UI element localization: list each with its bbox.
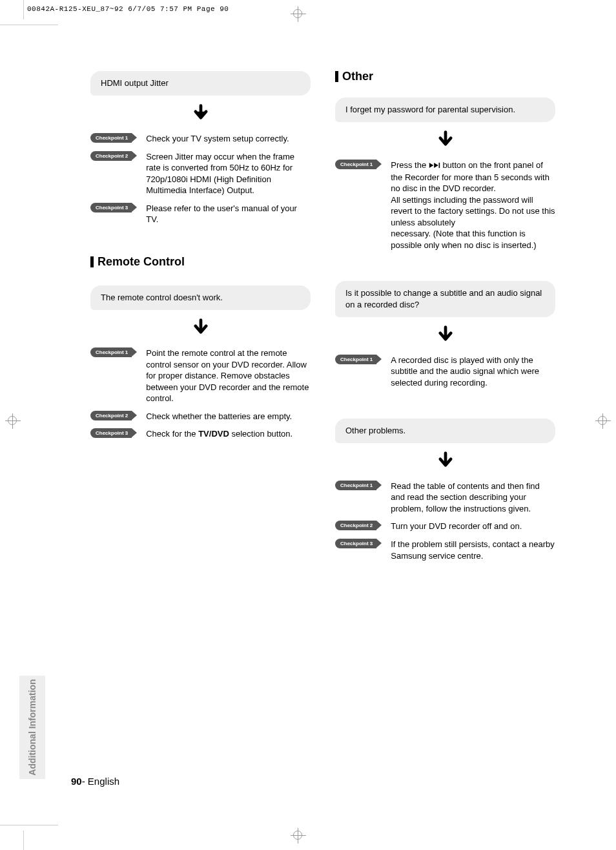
section-title-other: Other [335, 70, 555, 83]
issue-bubble-hdmi: HDMI output Jitter [90, 71, 311, 96]
page-lang-sep: - [82, 776, 88, 787]
checkpoint-text: Press the button on the front panel of t… [391, 160, 555, 251]
crop-mark [23, 0, 24, 19]
crop-mark [23, 831, 24, 850]
print-slug: 00842A-R125-XEU_87~92 6/7/05 7:57 PM Pag… [27, 5, 229, 13]
checkpoint-row: Checkpoint 1 A recorded disc is played w… [335, 355, 555, 389]
checkpoint-text: Screen Jitter may occur when the frame r… [146, 151, 311, 196]
checkpoint-row: Checkpoint 1 Check your TV system setup … [90, 133, 311, 145]
issue-bubble-other: Other problems. [335, 419, 555, 443]
checkpoint-row: Checkpoint 3 If the problem still persis… [335, 539, 555, 561]
checkpoint-badge: Checkpoint 1 [335, 160, 376, 169]
arrow-down-icon [90, 103, 311, 124]
issue-bubble-password: I forget my password for parental superv… [335, 98, 555, 122]
checkpoint-row: Checkpoint 3 Please refer to the user's … [90, 203, 311, 225]
svg-rect-0 [438, 163, 440, 168]
section-title-text: Remote Control [98, 255, 185, 269]
left-column: HDMI output Jitter Checkpoint 1 Check yo… [90, 71, 311, 568]
section-title-text: Other [342, 70, 373, 83]
password-block: I forget my password for parental superv… [335, 98, 555, 251]
checkpoint-badge: Checkpoint 1 [90, 133, 132, 143]
subtitle-block: Is it possible to change a subtitle and … [335, 281, 555, 389]
checkpoint-text: Read the table of contents and then find… [391, 481, 555, 515]
arrow-down-icon [335, 325, 555, 346]
checkpoint-badge: Checkpoint 1 [335, 481, 376, 490]
issue-bubble-remote: The remote control doesn't work. [90, 285, 311, 310]
checkpoint-row: Checkpoint 1 Press the button on the fro… [335, 160, 555, 251]
checkpoint-row: Checkpoint 1 Read the table of contents … [335, 481, 555, 515]
issue-bubble-subtitle: Is it possible to change a subtitle and … [335, 281, 555, 317]
section-title-remote: Remote Control [90, 255, 311, 269]
checkpoint-text: Check whether the batteries are empty. [146, 411, 292, 422]
skip-forward-icon [429, 160, 440, 172]
checkpoint-text: If the problem still persists, contact a… [391, 539, 555, 561]
title-bar-icon [90, 256, 94, 267]
checkpoint-text: Check for the TV/DVD selection button. [146, 428, 293, 440]
remote-block: The remote control doesn't work. Checkpo… [90, 285, 311, 440]
arrow-down-icon [90, 318, 311, 338]
checkpoint-badge: Checkpoint 3 [90, 428, 132, 438]
checkpoint-badge: Checkpoint 1 [335, 355, 376, 364]
checkpoint-badge: Checkpoint 2 [90, 411, 132, 420]
checkpoint-badge: Checkpoint 3 [335, 539, 376, 548]
arrow-down-icon [335, 451, 555, 472]
registration-mark-right [595, 413, 611, 429]
checkpoint-text: A recorded disc is played with only the … [391, 355, 555, 389]
side-tab: Additional Information [19, 676, 45, 779]
checkpoint-row: Checkpoint 3 Check for the TV/DVD select… [90, 428, 311, 440]
checkpoint-row: Checkpoint 2 Turn your DVD recorder off … [335, 521, 555, 532]
checkpoint-text: Check your TV system setup correctly. [146, 133, 289, 145]
side-tab-label: Additional Information [27, 679, 37, 775]
checkpoint-badge: Checkpoint 2 [90, 151, 132, 161]
checkpoint-badge: Checkpoint 1 [90, 347, 132, 357]
title-bar-icon [335, 71, 338, 82]
crop-mark [0, 25, 58, 25]
checkpoint-row: Checkpoint 2 Screen Jitter may occur whe… [90, 151, 311, 196]
hdmi-block: HDMI output Jitter Checkpoint 1 Check yo… [90, 71, 311, 225]
page-lang: English [88, 776, 119, 787]
registration-mark-top [291, 6, 306, 22]
arrow-down-icon [335, 130, 555, 150]
registration-mark-left [5, 413, 21, 429]
registration-mark-bottom [291, 828, 306, 844]
checkpoint-text: Please refer to the user's manual of you… [146, 203, 311, 225]
page-number: 90 [71, 776, 82, 787]
checkpoint-badge: Checkpoint 3 [90, 203, 132, 212]
other-problems-block: Other problems. Checkpoint 1 Read the ta… [335, 419, 555, 561]
page-footer: 90- English [71, 776, 119, 787]
checkpoint-text: Point the remote control at the remote c… [146, 347, 311, 404]
right-column: Other I forget my password for parental … [335, 71, 555, 568]
checkpoint-row: Checkpoint 2 Check whether the batteries… [90, 411, 311, 422]
crop-mark [0, 825, 58, 825]
checkpoint-badge: Checkpoint 2 [335, 521, 376, 530]
checkpoint-row: Checkpoint 1 Point the remote control at… [90, 347, 311, 404]
checkpoint-text: Turn your DVD recorder off and on. [391, 521, 522, 532]
